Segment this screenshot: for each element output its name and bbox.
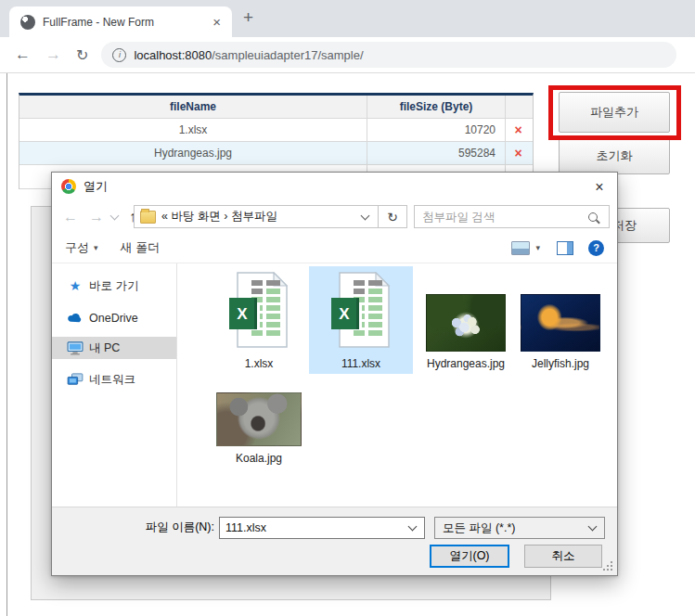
browser-back-button[interactable]: ← xyxy=(15,45,31,64)
filename-input[interactable] xyxy=(220,521,409,534)
url-domain: localhost:8080 xyxy=(134,48,212,62)
file-name: 111.xlsx xyxy=(341,357,380,370)
file-name: Hydrangeas.jpg xyxy=(427,357,505,370)
browser-reload-button[interactable]: ↻ xyxy=(76,46,88,64)
nav-back-button[interactable]: ← xyxy=(63,209,78,225)
tab-close-icon[interactable]: × xyxy=(209,14,225,30)
table-header-row: fileName fileSize (Byte) xyxy=(19,96,533,119)
table-row: 1.xlsx 10720 × xyxy=(19,119,533,142)
file-name: 1.xlsx xyxy=(245,357,274,370)
sidebar-item-label: 내 PC xyxy=(89,340,120,356)
view-thumbnails-icon[interactable] xyxy=(511,241,530,255)
nav-history-chevron-icon[interactable] xyxy=(110,212,120,221)
organize-menu[interactable]: 구성 xyxy=(65,239,89,256)
table-row: Hydrangeas.jpg 595284 × xyxy=(19,142,533,165)
cell-filesize: 595284 xyxy=(367,142,505,164)
koala-photo-thumbnail xyxy=(216,392,302,446)
folder-icon xyxy=(140,211,156,224)
file-list: X 1.xlsx xyxy=(177,263,617,507)
highlight-rectangle xyxy=(548,85,681,140)
jellyfish-photo-thumbnail xyxy=(521,294,600,352)
file-name: Jellyfish.jpg xyxy=(532,357,589,370)
new-folder-button[interactable]: 새 폴더 xyxy=(121,239,161,256)
new-tab-button[interactable]: + xyxy=(243,7,253,28)
breadcrumb-chevron-icon[interactable] xyxy=(361,212,370,221)
view-caret-icon[interactable]: ▾ xyxy=(535,243,540,252)
sidebar-item-label: 바로 가기 xyxy=(89,278,138,294)
dialog-close-icon[interactable]: × xyxy=(582,173,617,200)
filetype-select[interactable]: 모든 파일 (*.*) xyxy=(434,517,605,539)
search-icon[interactable] xyxy=(588,212,598,222)
quick-access-star-icon: ★ xyxy=(67,278,84,293)
screen: FullFrame - New Form × + ← → ↻ i localho… xyxy=(0,0,695,616)
breadcrumb[interactable]: « 바탕 화면 › 첨부파일 xyxy=(134,205,379,228)
refresh-button[interactable]: ↻ xyxy=(379,205,407,228)
filename-chevron-icon[interactable] xyxy=(408,522,418,532)
file-name: Koala.jpg xyxy=(236,452,282,465)
delete-file-icon[interactable]: × xyxy=(505,142,531,164)
resize-grip[interactable] xyxy=(611,569,612,571)
organize-caret-icon[interactable]: ▾ xyxy=(94,243,98,252)
onedrive-cloud-icon xyxy=(67,313,84,324)
page-info-icon[interactable]: i xyxy=(112,48,126,62)
search-box[interactable] xyxy=(414,205,610,228)
column-header-delete xyxy=(505,96,531,118)
column-header-filesize: fileSize (Byte) xyxy=(367,96,505,118)
browser-toolbar: ← → ↻ i localhost:8080/sampleuiadapter17… xyxy=(0,37,695,73)
cell-filename: 1.xlsx xyxy=(19,119,367,141)
file-tile-1-xlsx[interactable]: X 1.xlsx xyxy=(212,266,305,374)
address-bar[interactable]: i localhost:8080/sampleuiadapter17/sampl… xyxy=(101,42,676,68)
reset-button[interactable]: 초기화 xyxy=(559,137,670,174)
cancel-button[interactable]: 취소 xyxy=(524,545,602,568)
hydrangeas-photo-thumbnail xyxy=(426,294,506,352)
excel-file-icon: X xyxy=(228,272,290,352)
sidebar-item-label: OneDrive xyxy=(89,312,138,325)
open-file-dialog: 열기 × ← → ↑ « 바탕 화면 › 첨부파일 ↻ 구성 ▾ 새 폴더 xyxy=(51,172,618,576)
sidebar-item-quick-access[interactable]: ★ 바로 가기 xyxy=(52,275,176,297)
nav-forward-button[interactable]: → xyxy=(89,209,104,225)
filetype-chevron-icon[interactable] xyxy=(588,522,598,532)
svg-text:X: X xyxy=(237,305,248,323)
network-icon xyxy=(67,373,84,386)
breadcrumb-path[interactable]: « 바탕 화면 › 첨부파일 xyxy=(161,209,354,225)
page-border-line xyxy=(6,73,7,616)
tab-title: FullFrame - New Form xyxy=(43,16,209,29)
filename-combobox[interactable] xyxy=(219,517,425,539)
file-tile-111-xlsx-selected[interactable]: X 111.xlsx xyxy=(309,266,413,374)
sidebar-item-network[interactable]: 네트워크 xyxy=(52,368,176,391)
file-tile-koala[interactable]: Koala.jpg xyxy=(212,380,305,468)
dialog-toolbar: 구성 ▾ 새 폴더 ▾ ? xyxy=(52,233,617,263)
dialog-title-bar[interactable]: 열기 × xyxy=(52,173,617,200)
file-tile-hydrangeas[interactable]: Hydrangeas.jpg xyxy=(420,266,511,374)
search-input[interactable] xyxy=(415,211,588,224)
dialog-sidebar: ★ 바로 가기 OneDrive 내 PC xyxy=(52,263,177,507)
cell-filename: Hydrangeas.jpg xyxy=(19,142,367,164)
help-button[interactable]: ? xyxy=(588,240,604,256)
browser-forward-button[interactable]: → xyxy=(45,45,61,64)
sidebar-item-onedrive[interactable]: OneDrive xyxy=(52,307,176,329)
browser-tab-strip: FullFrame - New Form × + xyxy=(0,0,695,37)
file-tile-jellyfish[interactable]: Jellyfish.jpg xyxy=(517,266,604,374)
filename-label: 파일 이름(N): xyxy=(131,520,214,535)
this-pc-monitor-icon xyxy=(67,341,84,355)
sidebar-item-this-pc[interactable]: 내 PC xyxy=(52,337,176,359)
delete-file-icon[interactable]: × xyxy=(505,119,531,141)
dialog-body: ★ 바로 가기 OneDrive 내 PC xyxy=(52,263,617,507)
browser-tab[interactable]: FullFrame - New Form × xyxy=(9,6,232,37)
svg-text:X: X xyxy=(339,305,350,323)
filetype-value: 모든 파일 (*.*) xyxy=(435,520,589,536)
open-button[interactable]: 열기(O) xyxy=(430,545,509,568)
column-header-filename: fileName xyxy=(19,96,367,118)
dialog-nav-bar: ← → ↑ « 바탕 화면 › 첨부파일 ↻ xyxy=(52,200,617,233)
site-favicon-icon xyxy=(20,15,35,30)
chrome-logo-icon xyxy=(61,179,76,194)
sidebar-item-label: 네트워크 xyxy=(89,372,135,388)
dialog-title: 열기 xyxy=(84,178,582,195)
url-path: /sampleuiadapter17/sample/ xyxy=(212,48,363,62)
cell-filesize: 10720 xyxy=(367,119,505,141)
excel-file-icon: X xyxy=(330,272,392,352)
preview-pane-icon[interactable] xyxy=(557,241,573,255)
